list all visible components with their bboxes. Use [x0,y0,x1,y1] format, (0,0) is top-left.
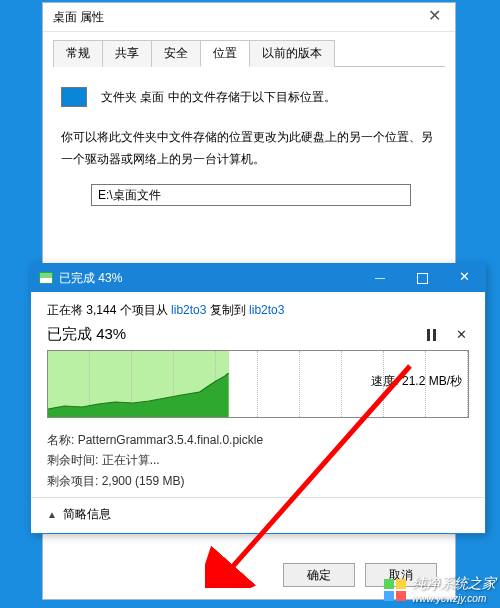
copy-title-icon [39,272,53,284]
fewer-details-label: 简略信息 [63,506,111,523]
copy-details: 名称: PatternGrammar3.5.4.final.0.pickle 剩… [47,430,469,491]
cancel-copy-button[interactable]: ✕ [453,327,469,343]
transfer-speed-graph: 速度: 21.2 MB/秒 [47,350,469,418]
tab-location[interactable]: 位置 [200,40,250,67]
folder-icon [61,87,87,107]
copy-titlebar: 已完成 43% [31,264,485,292]
ok-button[interactable]: 确定 [283,563,355,587]
properties-titlebar: 桌面 属性 ✕ [43,3,455,32]
copying-status-line: 正在将 3,144 个项目从 lib2to3 复制到 lib2to3 [47,302,469,319]
copy-minimize-button[interactable] [359,264,401,292]
chevron-up-icon: ▲ [47,509,57,520]
speed-readout: 速度: 21.2 MB/秒 [371,373,462,390]
copy-maximize-button[interactable] [401,264,443,292]
copy-source-link[interactable]: lib2to3 [171,303,206,317]
tab-sharing[interactable]: 共享 [102,40,152,67]
copy-body: 正在将 3,144 个项目从 lib2to3 复制到 lib2to3 已完成 4… [31,292,485,497]
copy-window-buttons [359,264,485,292]
properties-title: 桌面 属性 [53,10,104,24]
copy-dest-link[interactable]: lib2to3 [249,303,284,317]
watermark-logo-icon [384,579,406,601]
time-remaining: 正在计算... [102,453,160,467]
tab-security[interactable]: 安全 [151,40,201,67]
location-info-text: 文件夹 桌面 中的文件存储于以下目标位置。 [101,89,336,106]
items-remaining: 2,900 (159 MB) [102,474,185,488]
pause-button[interactable] [423,327,439,343]
svg-marker-0 [48,373,229,417]
copy-progress-dialog: 已完成 43% 正在将 3,144 个项目从 lib2to3 复制到 lib2t… [30,263,486,534]
current-file-name: PatternGrammar3.5.4.final.0.pickle [78,433,263,447]
copy-close-button[interactable] [443,264,485,292]
watermark-brand: 纯净系统之家 [412,575,496,593]
properties-close-button[interactable]: ✕ [413,3,455,31]
location-path-input[interactable] [91,184,411,206]
tab-previous-versions[interactable]: 以前的版本 [249,40,335,67]
copy-title: 已完成 43% [59,270,122,287]
progress-controls: ✕ [423,327,469,343]
fewer-details-toggle[interactable]: ▲ 简略信息 [31,497,485,533]
speed-area-chart [48,351,229,417]
watermark-url: www.ycwzjy.com [412,593,496,604]
watermark: 纯净系统之家 www.ycwzjy.com [384,575,496,604]
location-description: 你可以将此文件夹中文件存储的位置更改为此硬盘上的另一个位置、另一个驱动器或网络上… [61,127,437,170]
properties-tabs: 常规 共享 安全 位置 以前的版本 [53,40,445,67]
progress-headline-text: 已完成 43% [47,325,126,344]
tab-general[interactable]: 常规 [53,40,103,67]
tab-location-panel: 文件夹 桌面 中的文件存储于以下目标位置。 你可以将此文件夹中文件存储的位置更改… [43,67,455,226]
